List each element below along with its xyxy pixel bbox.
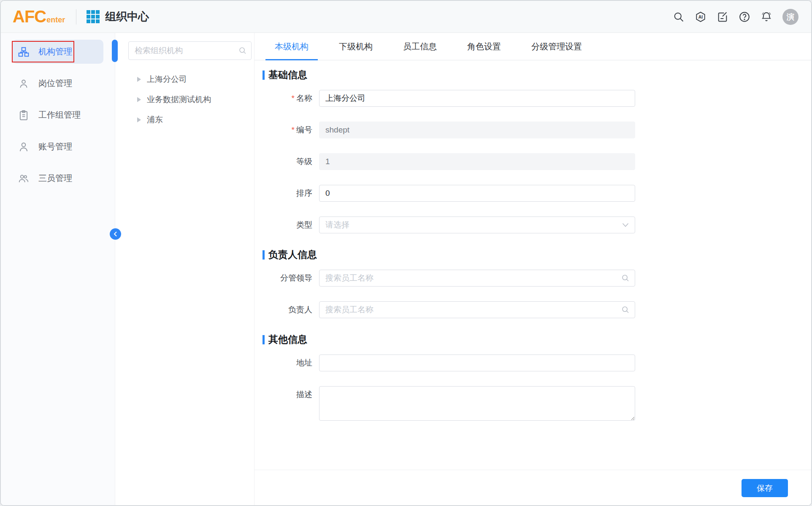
name-input[interactable] [319, 90, 635, 107]
supervising-leader-search-input[interactable] [319, 270, 635, 287]
section-basic-info: 基础信息 *名称 *编号 等级 排序 [263, 68, 811, 233]
section-header: 其他信息 [263, 333, 811, 346]
field-label: 编号 [296, 125, 312, 134]
help-icon[interactable] [739, 11, 750, 23]
user-avatar[interactable]: 演 [782, 9, 798, 25]
tree-node-label[interactable]: 上海分公司 [147, 74, 187, 85]
sidebar-item-label: 岗位管理 [38, 78, 72, 89]
section-header: 负责人信息 [263, 248, 811, 261]
form-row-name: *名称 [263, 90, 811, 107]
required-asterisk: * [292, 94, 295, 103]
section-accent-bar [263, 250, 265, 260]
org-search-input[interactable] [128, 41, 252, 60]
tab-role-settings[interactable]: 角色设置 [467, 33, 501, 60]
notifications-icon[interactable] [761, 11, 772, 23]
org-tree-panel: 上海分公司 业务数据测试机构 浦东 [115, 33, 254, 506]
form-row-person-in-charge: 负责人 [263, 301, 811, 318]
type-select[interactable] [319, 216, 635, 233]
compose-icon[interactable] [717, 11, 728, 23]
sidebar-item-position-management[interactable]: 岗位管理 [12, 71, 103, 95]
form-row-code: *编号 [263, 122, 811, 138]
form-row-sort: 排序 [263, 185, 811, 202]
section-header: 基础信息 [263, 68, 811, 81]
sidebar-item-label: 账号管理 [38, 141, 72, 152]
field-label: 地址 [296, 358, 312, 367]
tree-node-label[interactable]: 业务数据测试机构 [147, 94, 211, 105]
clipboard-icon [18, 110, 29, 121]
tab-tier-management-settings[interactable]: 分级管理设置 [531, 33, 582, 60]
tree-node-pudong[interactable]: 浦东 [128, 110, 243, 130]
tab-sub-org[interactable]: 下级机构 [339, 33, 373, 60]
ai-assistant-icon[interactable]: AI [695, 11, 706, 23]
search-icon[interactable] [673, 11, 685, 23]
top-header: AFC enter 组织中心 AI 演 [1, 1, 811, 33]
header-actions: AI 演 [673, 9, 798, 25]
app-body: 机构管理 岗位管理 工作组管理 账号管理 [1, 33, 811, 506]
org-tree: 上海分公司 业务数据测试机构 浦东 [128, 69, 243, 130]
position-badge-icon [18, 78, 29, 89]
field-label: 分管领导 [280, 273, 312, 282]
tree-node-label[interactable]: 浦东 [147, 114, 163, 125]
caret-right-icon[interactable] [137, 117, 141, 123]
tab-bar: 本级机构 下级机构 员工信息 角色设置 分级管理设置 [254, 33, 811, 60]
field-label: 类型 [296, 220, 312, 229]
sidebar-item-label: 机构管理 [38, 46, 72, 57]
sidebar-item-label: 工作组管理 [38, 109, 81, 121]
page-title: 组织中心 [105, 9, 149, 24]
form-row-level: 等级 [263, 153, 811, 170]
section-title-text: 负责人信息 [268, 248, 317, 261]
active-menu-indicator [112, 40, 118, 62]
sidebar-item-label: 三员管理 [38, 173, 72, 184]
account-person-icon [18, 141, 29, 152]
form-row-description: 描述 [263, 386, 811, 422]
tree-node-shanghai[interactable]: 上海分公司 [128, 69, 243, 89]
section-accent-bar [263, 335, 265, 344]
field-label: 描述 [296, 390, 312, 399]
sidebar-nav: 机构管理 岗位管理 工作组管理 账号管理 [1, 33, 115, 506]
field-label: 名称 [296, 94, 312, 103]
sidebar-item-three-roles-management[interactable]: 三员管理 [12, 166, 103, 190]
collapse-tree-button[interactable] [110, 228, 121, 240]
required-asterisk: * [292, 125, 295, 134]
sidebar-item-account-management[interactable]: 账号管理 [12, 135, 103, 159]
form-row-supervising-leader: 分管领导 [263, 270, 811, 287]
field-label: 等级 [296, 157, 312, 166]
form-footer: 保存 [254, 470, 811, 506]
caret-right-icon[interactable] [137, 97, 141, 103]
org-tree-search [128, 41, 252, 60]
section-other-info: 其他信息 地址 描述 [263, 333, 811, 422]
logo-text-main: AFC [13, 7, 46, 26]
sidebar-item-workgroup-management[interactable]: 工作组管理 [12, 103, 103, 127]
search-icon [238, 46, 247, 55]
level-input [319, 153, 635, 170]
caret-right-icon[interactable] [137, 76, 141, 82]
section-title-text: 其他信息 [268, 333, 307, 346]
people-group-icon [18, 173, 29, 184]
app-window: AFC enter 组织中心 AI 演 [0, 0, 812, 506]
person-in-charge-search-input[interactable] [319, 301, 635, 318]
tree-node-business-test-org[interactable]: 业务数据测试机构 [128, 89, 243, 110]
field-label: 负责人 [288, 305, 312, 314]
section-accent-bar [263, 70, 265, 80]
svg-text:AI: AI [698, 14, 703, 19]
section-leader-info: 负责人信息 分管领导 负责人 [263, 248, 811, 318]
code-input [319, 122, 635, 138]
tab-current-org[interactable]: 本级机构 [275, 33, 309, 60]
section-title-text: 基础信息 [268, 68, 307, 81]
field-label: 排序 [296, 189, 312, 198]
sidebar-item-org-management[interactable]: 机构管理 [12, 40, 103, 64]
description-textarea[interactable] [319, 386, 635, 421]
logo-text-suffix: enter [46, 16, 65, 24]
app-grid-icon [87, 10, 100, 23]
org-form: 基础信息 *名称 *编号 等级 排序 [254, 60, 811, 422]
save-button[interactable]: 保存 [742, 479, 788, 497]
form-row-type: 类型 [263, 216, 811, 233]
main-content: 本级机构 下级机构 员工信息 角色设置 分级管理设置 基础信息 *名称 [254, 33, 811, 506]
tab-employee-info[interactable]: 员工信息 [403, 33, 437, 60]
form-row-address: 地址 [263, 354, 811, 371]
sort-input[interactable] [319, 185, 635, 202]
org-chart-icon [18, 46, 29, 57]
brand-logo: AFC enter [13, 7, 65, 26]
address-input[interactable] [319, 354, 635, 371]
header-divider [76, 9, 76, 24]
